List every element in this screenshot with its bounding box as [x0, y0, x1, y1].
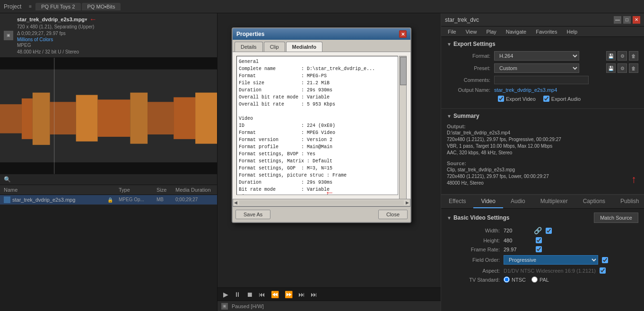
dropdown-arrow[interactable]: ▾ [85, 17, 87, 23]
preset-delete-btn[interactable]: 🗑 [629, 63, 638, 73]
dialog-tab-mediainfo[interactable]: MediaInfo [286, 42, 322, 52]
video-settings-header: ▼ Basic Video Settings Match Source [447, 213, 638, 223]
video-settings: ▼ Basic Video Settings Match Source Widt… [441, 209, 644, 311]
export-audio-label[interactable]: Export Audio [543, 96, 581, 102]
scrollbar-thumb[interactable] [400, 57, 407, 85]
tab-publish[interactable]: Publish [613, 195, 644, 208]
tab-audio[interactable]: Audio [503, 195, 533, 208]
win-minimize-btn[interactable]: — [614, 16, 621, 24]
svg-rect-4 [50, 102, 76, 134]
pause-btn[interactable]: ⏸ [232, 290, 243, 299]
next-frame-btn[interactable]: ⏭ [296, 290, 307, 299]
width-checkbox[interactable] [546, 228, 552, 234]
format-delete-btn[interactable]: 🗑 [629, 51, 638, 61]
properties-dialog: Properties ✕ Details Clip MediaInfo Gene… [232, 27, 411, 223]
dialog-tab-details[interactable]: Details [235, 42, 263, 52]
link-icon: 🔗 [534, 227, 542, 234]
tv-ntsc-label[interactable]: NTSC [504, 276, 526, 283]
frame-rate-checkbox[interactable] [536, 246, 542, 252]
file-row[interactable]: star_trek_dvdrip_e2s3.mpg 🔒 MPEG Op... M… [0, 195, 217, 205]
dialog-title: Properties [236, 31, 264, 37]
comments-input[interactable] [494, 76, 589, 84]
menu-favorites[interactable]: Favorites [533, 28, 560, 36]
prev-frame-btn[interactable]: ⏮ [257, 290, 267, 299]
format-settings-btn[interactable]: ⚙ [618, 51, 627, 61]
clip-codec: MPEG [17, 42, 97, 49]
tv-ntsc-radio[interactable] [504, 276, 510, 283]
source-label: Source: [447, 160, 466, 166]
win-controls: — □ ✕ [614, 16, 640, 24]
project-tabs: PQ FUI Toys 2 PQ MO•Bits [35, 3, 121, 10]
export-video-label[interactable]: Export Video [498, 96, 536, 102]
win-close-btn[interactable]: ✕ [633, 16, 640, 24]
preset-select[interactable]: Custom [494, 63, 579, 73]
svg-rect-6 [98, 99, 131, 137]
tv-pal-radio[interactable] [531, 276, 538, 283]
dialog-scroll-area[interactable]: General Complete name : D:\star_trek_dvd… [236, 56, 398, 195]
win-maximize-btn[interactable]: □ [623, 16, 631, 24]
width-row: Width: 720 🔗 [447, 227, 638, 234]
file-type: MPEG Op... [119, 197, 157, 202]
dialog-text: General Complete name : D:\star_trek_dvd… [237, 56, 398, 195]
dialog-tab-clip[interactable]: Clip [264, 42, 285, 52]
save-as-button[interactable]: Save As [235, 210, 270, 219]
tv-pal-label[interactable]: PAL [531, 276, 549, 283]
tab-multiplexer[interactable]: Multiplexer [533, 195, 575, 208]
export-video-checkbox[interactable] [498, 96, 504, 102]
match-source-button[interactable]: Match Source [594, 213, 638, 223]
svg-rect-9 [174, 97, 195, 139]
rewind-btn[interactable]: ⏪ [269, 290, 281, 299]
aspect-checkbox[interactable] [600, 267, 606, 274]
clip-audio: 48.000 kHz / 32 bit U / Stereo [17, 49, 97, 55]
dialog-hscroll[interactable]: ◀ ▶ [233, 199, 410, 206]
export-audio-checkbox[interactable] [543, 96, 549, 102]
field-order-select[interactable]: Progressive [504, 255, 598, 265]
top-bar: Project ≡ PQ FUI Toys 2 PQ MO•Bits [0, 0, 644, 13]
height-checkbox[interactable] [536, 237, 542, 243]
play-btn[interactable]: ▶ [221, 290, 230, 299]
tab-pq-mo[interactable]: PQ MO•Bits [82, 3, 121, 10]
aspect-label: Aspect: [447, 268, 504, 274]
dialog-scrollbar[interactable] [399, 56, 407, 199]
stop-btn[interactable]: ⏹ [244, 290, 255, 299]
dialog-close-btn[interactable]: ✕ [399, 30, 407, 38]
output-name-value[interactable]: star_trek_dvdrip_e2s3.mp4 [494, 87, 557, 93]
preset-save-btn[interactable]: 💾 [606, 63, 616, 73]
menu-play[interactable]: Play [483, 28, 499, 36]
bvs-arrow: ▼ [447, 215, 452, 221]
clip-timecode: Δ 0;00;29;27, 29.97 fps [17, 30, 97, 37]
format-save-btn[interactable]: 💾 [606, 51, 616, 61]
svg-rect-1 [0, 104, 22, 133]
menu-view[interactable]: View [463, 28, 480, 36]
field-order-row: Field Order: Progressive [447, 255, 638, 265]
search-input[interactable] [14, 176, 213, 183]
height-value: 480 [504, 238, 532, 243]
summary-header: ▼ Summary [447, 113, 638, 119]
field-order-checkbox[interactable] [602, 257, 608, 263]
menu-file[interactable]: File [445, 28, 459, 36]
format-select[interactable]: H.264 [494, 51, 579, 61]
red-arrow-clip: ← [89, 15, 97, 24]
svg-rect-7 [130, 93, 148, 144]
end-btn[interactable]: ⏭ [309, 290, 319, 299]
close-button[interactable]: Close [378, 210, 408, 219]
frame-rate-value: 29.97 [504, 247, 532, 252]
tab-effects[interactable]: Effects [441, 195, 473, 208]
tab-captions[interactable]: Captions [575, 195, 613, 208]
clip-filename: star_trek_dvdrip_e2s3.mpg [17, 17, 85, 22]
col-header-duration: Media Duration [175, 187, 213, 193]
right-panel: Properties ✕ Details Clip MediaInfo Gene… [218, 13, 644, 311]
fast-forward-btn[interactable]: ⏩ [283, 290, 295, 299]
tab-video[interactable]: Video [473, 195, 503, 208]
menu-help[interactable]: Help [564, 28, 580, 36]
tab-pq-fui[interactable]: PQ FUI Toys 2 [35, 3, 80, 10]
left-panel: ▣ star_trek_dvdrip_e2s3.mpg ▾ ← 720 x 48… [0, 13, 218, 311]
col-header-icon [107, 187, 119, 193]
status-bar-area: ▣ Paused [H/W] [218, 301, 441, 311]
dialog-titlebar[interactable]: Properties ✕ [233, 28, 410, 40]
clip-colors: Millions of Colors [17, 37, 97, 42]
menu-navigate[interactable]: Navigate [503, 28, 529, 36]
source-summary: Source: Clip, star_trek_dvdrip_e2s3.mpg … [447, 160, 638, 187]
file-duration: 0;00;29;27 [175, 197, 213, 202]
preset-settings-btn[interactable]: ⚙ [618, 63, 627, 73]
